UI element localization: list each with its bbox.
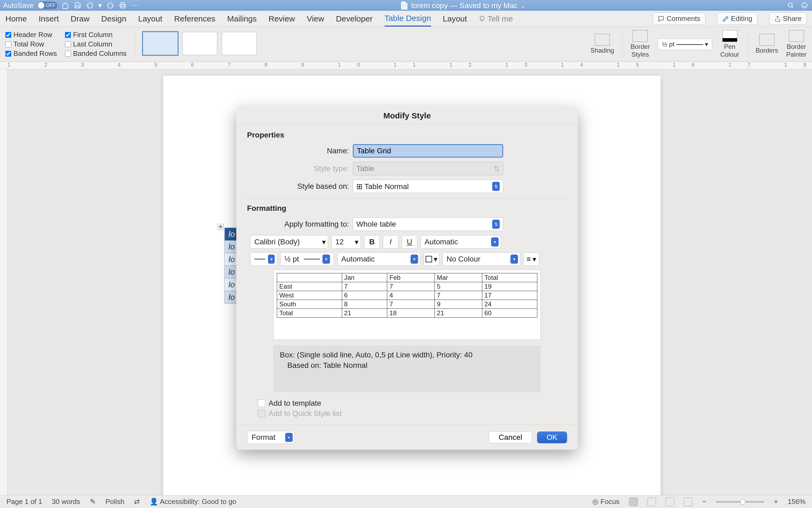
styletype-label: Style type:: [247, 164, 349, 173]
undo-icon[interactable]: [86, 1, 94, 10]
home-icon[interactable]: [61, 1, 70, 10]
tab-references[interactable]: References: [174, 11, 215, 26]
font-name-combo[interactable]: Calibri (Body)▾: [250, 235, 328, 249]
font-color-combo[interactable]: Automatic▾: [421, 235, 501, 249]
share-button[interactable]: Share: [769, 13, 807, 25]
focus-mode[interactable]: ◎ Focus: [592, 498, 619, 506]
pencil-icon: [722, 15, 729, 22]
table-icon: ⊞: [356, 182, 365, 190]
accessibility-icon: 👤: [149, 498, 160, 506]
tab-design[interactable]: Design: [101, 11, 126, 26]
border-preset-button[interactable]: ▾: [424, 252, 439, 266]
track-changes-icon[interactable]: ⇄: [134, 498, 140, 506]
applyto-select[interactable]: Whole table ⇅: [353, 217, 503, 231]
underline-button[interactable]: U: [402, 235, 417, 249]
more-icon[interactable]: ⋯: [131, 1, 139, 10]
tab-draw[interactable]: Draw: [71, 11, 89, 26]
borders-tool[interactable]: Borders: [756, 34, 778, 54]
tab-insert[interactable]: Insert: [39, 11, 59, 26]
zoom-slider[interactable]: [716, 501, 764, 503]
undo-dropdown-icon[interactable]: ▾: [98, 1, 102, 10]
fill-color-combo[interactable]: No Colour▾: [442, 252, 520, 266]
italic-button[interactable]: I: [383, 235, 398, 249]
tab-view[interactable]: View: [307, 11, 324, 26]
check-header-row[interactable]: Header Row: [5, 31, 57, 39]
accessibility-status[interactable]: 👤 Accessibility: Good to go: [149, 498, 236, 506]
zoom-level[interactable]: 156%: [788, 498, 806, 506]
add-to-template-check[interactable]: Add to template: [258, 399, 567, 408]
comment-icon: [658, 15, 664, 22]
line-style-combo[interactable]: ▾: [250, 252, 277, 266]
horizontal-ruler[interactable]: 1 2 3 4 5 6 7 8 9 10 11 12 13 14 15 16 1…: [0, 62, 812, 69]
table-style-thumb-2[interactable]: [182, 32, 217, 55]
cancel-button[interactable]: Cancel: [489, 431, 532, 443]
border-painter-tool[interactable]: Border Painter: [786, 30, 807, 58]
draft-view-icon[interactable]: [684, 498, 692, 506]
bold-button[interactable]: B: [364, 235, 380, 249]
border-styles-tool[interactable]: Border Styles: [631, 30, 650, 58]
spellcheck-icon[interactable]: ✎: [90, 498, 96, 506]
web-layout-view-icon[interactable]: [647, 498, 656, 506]
modify-style-dialog: Modify Style Properties Name: Style type…: [236, 106, 578, 450]
pen-colour-tool[interactable]: Pen Colour: [720, 30, 739, 58]
check-banded-rows[interactable]: Banded Rows: [5, 49, 57, 58]
save-icon[interactable]: [73, 1, 82, 10]
basedon-select[interactable]: ⊞ Table Normal ⇅: [353, 180, 503, 193]
chevron-updown-icon: ⇅: [492, 220, 500, 229]
word-count[interactable]: 30 words: [52, 498, 80, 506]
style-description: Box: (Single solid line, Auto, 0,5 pt Li…: [273, 345, 541, 392]
dialog-title: Modify Style: [236, 106, 578, 124]
document-title: 📄 lorem copy — Saved to my Mac ⌄: [139, 1, 786, 10]
autosave-toggle[interactable]: OFF: [37, 2, 57, 9]
ribbon-tabs: Home Insert Draw Design Layout Reference…: [0, 11, 812, 27]
tab-home[interactable]: Home: [5, 11, 27, 26]
svg-rect-0: [121, 3, 124, 5]
autosave-label: AutoSave: [3, 1, 34, 10]
share-icon: [774, 15, 781, 22]
line-weight-combo[interactable]: ½ pt▾: [280, 252, 334, 266]
tell-me[interactable]: Tell me: [479, 14, 513, 24]
search-icon[interactable]: [786, 1, 795, 10]
statusbar: Page 1 of 1 30 words ✎ Polish ⇄ 👤 Access…: [0, 495, 812, 508]
tab-layout2[interactable]: Layout: [443, 11, 467, 26]
shading-tool[interactable]: Shading: [591, 34, 614, 54]
check-total-row[interactable]: Total Row: [5, 40, 57, 48]
page-indicator[interactable]: Page 1 of 1: [6, 498, 42, 506]
check-last-column[interactable]: Last Column: [65, 40, 126, 48]
tab-table-design[interactable]: Table Design: [385, 11, 431, 27]
tab-developer[interactable]: Developer: [336, 11, 373, 26]
basedon-label: Style based on:: [247, 182, 349, 190]
language-indicator[interactable]: Polish: [105, 498, 125, 506]
font-size-combo[interactable]: 12▾: [331, 235, 361, 249]
ok-button[interactable]: OK: [537, 431, 567, 443]
redo-icon[interactable]: [106, 1, 115, 10]
zoom-in-button[interactable]: +: [774, 498, 778, 506]
border-weight-combo[interactable]: ½ pt ▾: [658, 39, 712, 50]
vertical-ruler[interactable]: [0, 69, 7, 495]
format-dropdown[interactable]: Format▾: [247, 431, 295, 444]
line-color-combo[interactable]: Automatic▾: [337, 252, 421, 266]
svg-line-3: [792, 6, 793, 8]
zoom-out-button[interactable]: −: [702, 498, 706, 506]
print-layout-view-icon[interactable]: [629, 498, 638, 506]
focus-icon: ◎: [592, 498, 600, 506]
styletype-select: Table⇅: [353, 162, 503, 175]
table-style-thumb-1[interactable]: [143, 32, 178, 55]
add-to-quick-style-check: Add to Quick Style list: [258, 409, 567, 418]
check-first-column[interactable]: First Column: [65, 31, 126, 39]
tab-layout[interactable]: Layout: [138, 11, 162, 26]
print-icon[interactable]: [118, 1, 127, 10]
chevron-updown-icon: ⇅: [492, 182, 500, 191]
svg-point-2: [788, 3, 792, 7]
tab-mailings[interactable]: Mailings: [227, 11, 257, 26]
tab-review[interactable]: Review: [268, 11, 295, 26]
outline-view-icon[interactable]: [666, 498, 674, 506]
table-style-thumb-3[interactable]: [222, 32, 257, 55]
feedback-icon[interactable]: [800, 1, 809, 10]
check-banded-columns[interactable]: Banded Columns: [65, 49, 126, 58]
name-input[interactable]: [353, 144, 503, 158]
align-button[interactable]: ≡▾: [524, 252, 539, 266]
comments-button[interactable]: Comments: [653, 13, 706, 25]
table-move-handle[interactable]: ✥: [217, 224, 223, 230]
editing-button[interactable]: Editing: [717, 13, 758, 25]
